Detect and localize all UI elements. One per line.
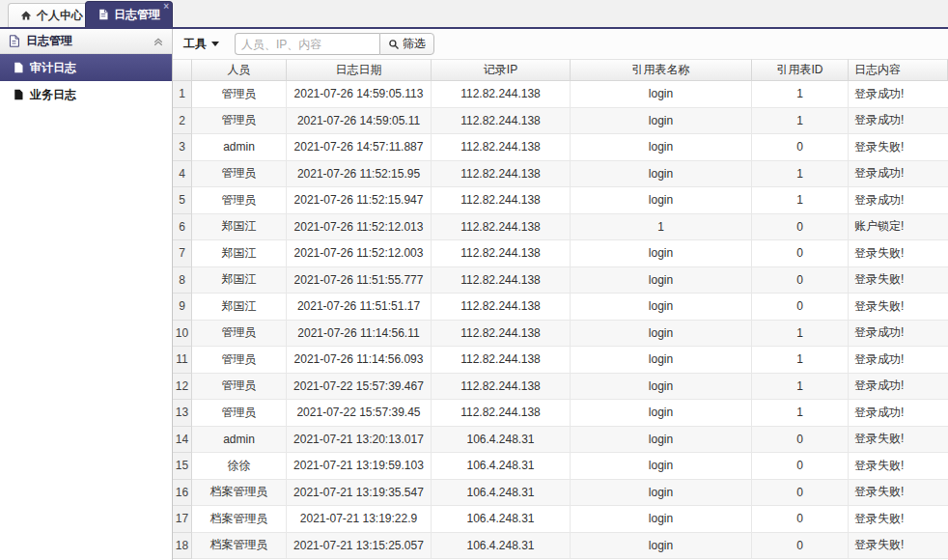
home-icon bbox=[20, 10, 32, 21]
cell-date: 2021-07-26 14:59:05.113 bbox=[287, 81, 432, 108]
top-tab-bar: 个人中心 日志管理 × bbox=[0, 0, 948, 29]
table-row[interactable]: 7郑国江2021-07-26 11:52:12.003112.82.244.13… bbox=[173, 240, 948, 267]
close-icon[interactable]: × bbox=[163, 2, 169, 12]
cell-person: 管理员 bbox=[192, 400, 287, 427]
cell-person: 管理员 bbox=[192, 374, 287, 401]
cell-date: 2021-07-21 13:19:22.9 bbox=[287, 506, 432, 533]
cell-ref-id: 0 bbox=[752, 134, 849, 161]
row-number-cell: 1 bbox=[173, 81, 192, 108]
row-number-cell: 12 bbox=[173, 374, 192, 401]
cell-date: 2021-07-21 13:19:35.547 bbox=[287, 480, 432, 507]
row-number-cell: 5 bbox=[173, 187, 192, 214]
cell-ref-id: 1 bbox=[752, 81, 849, 108]
table-row[interactable]: 12管理员2021-07-22 15:57:39.467112.82.244.1… bbox=[173, 374, 948, 401]
search-input[interactable] bbox=[235, 33, 379, 55]
cell-person: 徐徐 bbox=[192, 453, 287, 480]
cell-content: 登录失败! bbox=[849, 533, 948, 560]
filter-button-label: 筛选 bbox=[403, 36, 426, 52]
table-row[interactable]: 14admin2021-07-21 13:20:13.017106.4.248.… bbox=[173, 427, 948, 454]
sidebar-item-audit-log[interactable]: 审计日志 bbox=[0, 54, 172, 81]
cell-ref-table: login bbox=[571, 453, 752, 480]
table-row[interactable]: 4管理员2021-07-26 11:52:15.95112.82.244.138… bbox=[173, 161, 948, 188]
table-row[interactable]: 8郑国江2021-07-26 11:51:55.777112.82.244.13… bbox=[173, 267, 948, 294]
cell-content: 登录失败! bbox=[849, 427, 948, 454]
cell-person: 管理员 bbox=[192, 161, 287, 188]
cell-ref-id: 0 bbox=[752, 533, 849, 560]
table-row[interactable]: 1管理员2021-07-26 14:59:05.113112.82.244.13… bbox=[173, 81, 948, 108]
cell-person: 档案管理员 bbox=[192, 480, 287, 507]
cell-ref-table: login bbox=[571, 480, 752, 507]
app-window: 个人中心 日志管理 × 日志管理 审计日志 bbox=[0, 0, 948, 560]
cell-content: 账户锁定! bbox=[849, 214, 948, 241]
table-row[interactable]: 13管理员2021-07-22 15:57:39.45112.82.244.13… bbox=[173, 400, 948, 427]
table-row[interactable]: 15徐徐2021-07-21 13:19:59.103106.4.248.31l… bbox=[173, 453, 948, 480]
table-row[interactable]: 18档案管理员2021-07-21 13:15:25.057106.4.248.… bbox=[173, 533, 948, 560]
table-row[interactable]: 2管理员2021-07-26 14:59:05.11112.82.244.138… bbox=[173, 108, 948, 135]
cell-person: 郑国江 bbox=[192, 294, 287, 321]
cell-date: 2021-07-26 11:52:12.003 bbox=[287, 240, 432, 267]
cell-person: admin bbox=[192, 427, 287, 454]
toolbar: 工具 筛选 bbox=[173, 29, 948, 59]
cell-ref-id: 1 bbox=[752, 161, 849, 188]
cell-ref-table: login bbox=[571, 187, 752, 214]
cell-ref-id: 1 bbox=[752, 400, 849, 427]
cell-ref-table: login bbox=[571, 134, 752, 161]
header-cell-ref-table: 引用表名称 bbox=[571, 59, 752, 81]
cell-ref-id: 1 bbox=[752, 321, 849, 348]
cell-ref-table: login bbox=[571, 347, 752, 374]
sidebar-log-management: 日志管理 审计日志 业务日志 bbox=[0, 29, 173, 560]
cell-ref-table: login bbox=[571, 506, 752, 533]
table-row[interactable]: 17档案管理员2021-07-21 13:19:22.9106.4.248.31… bbox=[173, 506, 948, 533]
table-row[interactable]: 16档案管理员2021-07-21 13:19:35.547106.4.248.… bbox=[173, 480, 948, 507]
cell-ref-id: 1 bbox=[752, 187, 849, 214]
cell-person: 档案管理员 bbox=[192, 506, 287, 533]
tab-personal-center[interactable]: 个人中心 bbox=[8, 3, 96, 27]
cell-ip: 112.82.244.138 bbox=[432, 214, 571, 241]
cell-date: 2021-07-26 14:57:11.887 bbox=[287, 134, 432, 161]
row-number-cell: 3 bbox=[173, 134, 192, 161]
cell-content: 登录失败! bbox=[849, 240, 948, 267]
header-cell-ip: 记录IP bbox=[432, 59, 571, 81]
row-number-cell: 17 bbox=[173, 506, 192, 533]
cell-person: 郑国江 bbox=[192, 267, 287, 294]
row-number-cell: 2 bbox=[173, 108, 192, 135]
table-row[interactable]: 9郑国江2021-07-26 11:51:51.17112.82.244.138… bbox=[173, 294, 948, 321]
cell-person: 管理员 bbox=[192, 347, 287, 374]
table-body: 1管理员2021-07-26 14:59:05.113112.82.244.13… bbox=[173, 81, 948, 559]
cell-ref-table: login bbox=[571, 427, 752, 454]
row-number-cell: 16 bbox=[173, 480, 192, 507]
cell-ref-id: 0 bbox=[752, 267, 849, 294]
row-number-cell: 6 bbox=[173, 214, 192, 241]
tab-log-management[interactable]: 日志管理 × bbox=[85, 1, 173, 27]
cell-person: 郑国江 bbox=[192, 240, 287, 267]
page-icon bbox=[13, 62, 24, 73]
sidebar-panel-header: 日志管理 bbox=[0, 29, 172, 54]
cell-content: 登录失败! bbox=[849, 453, 948, 480]
sidebar-item-business-log[interactable]: 业务日志 bbox=[0, 81, 172, 108]
cell-content: 登录成功! bbox=[849, 374, 948, 401]
table-row[interactable]: 10管理员2021-07-26 11:14:56.11112.82.244.13… bbox=[173, 321, 948, 348]
tab-label: 个人中心 bbox=[37, 8, 83, 24]
main-content: 工具 筛选 人员 日志日期 记录IP 引用表名称 引用表ID bbox=[173, 29, 948, 560]
table-row[interactable]: 11管理员2021-07-26 11:14:56.093112.82.244.1… bbox=[173, 347, 948, 374]
cell-ip: 112.82.244.138 bbox=[432, 400, 571, 427]
cell-ref-table: login bbox=[571, 240, 752, 267]
tab-label: 日志管理 bbox=[114, 7, 160, 23]
cell-person: 郑国江 bbox=[192, 214, 287, 241]
row-number-cell: 18 bbox=[173, 533, 192, 560]
filter-button[interactable]: 筛选 bbox=[379, 33, 434, 55]
header-cell-ref-id: 引用表ID bbox=[752, 59, 849, 81]
cell-date: 2021-07-26 11:14:56.093 bbox=[287, 347, 432, 374]
page-icon bbox=[13, 89, 24, 100]
cell-ref-table: 1 bbox=[571, 214, 752, 241]
table-row[interactable]: 5管理员2021-07-26 11:52:15.947112.82.244.13… bbox=[173, 187, 948, 214]
table-row[interactable]: 6郑国江2021-07-26 11:52:12.013112.82.244.13… bbox=[173, 214, 948, 241]
cell-ip: 106.4.248.31 bbox=[432, 480, 571, 507]
cell-ref-id: 0 bbox=[752, 214, 849, 241]
tools-menu-button[interactable]: 工具 bbox=[180, 33, 223, 55]
table-row[interactable]: 3admin2021-07-26 14:57:11.887112.82.244.… bbox=[173, 134, 948, 161]
cell-content: 登录成功! bbox=[849, 400, 948, 427]
cell-date: 2021-07-21 13:20:13.017 bbox=[287, 427, 432, 454]
row-number-cell: 13 bbox=[173, 400, 192, 427]
double-chevron-up-icon[interactable] bbox=[153, 36, 164, 47]
